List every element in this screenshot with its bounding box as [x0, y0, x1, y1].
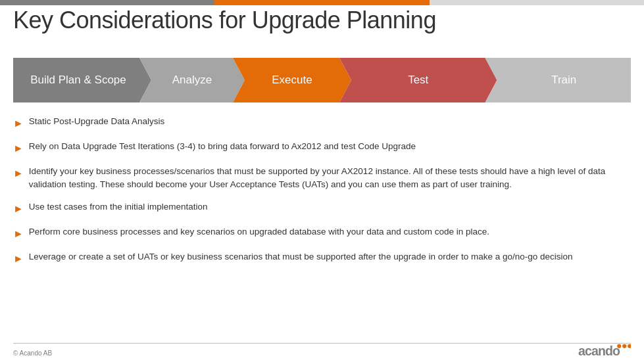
- nav-item-analyze[interactable]: Analyze: [139, 58, 245, 102]
- footer-copyright: © Acando AB: [13, 350, 52, 357]
- bullet-arrow-5: ►: [13, 226, 24, 241]
- svg-point-1: [617, 344, 621, 348]
- nav-label-build: Build Plan & Scope: [30, 74, 126, 87]
- page-title: Key Considerations for Upgrade Planning: [13, 7, 436, 34]
- phase-navigation: Build Plan & Scope Analyze Execute Test …: [13, 58, 631, 102]
- bullet-text-3: Identify your key business processes/sce…: [29, 165, 631, 191]
- nav-label-execute: Execute: [272, 74, 312, 87]
- nav-item-build[interactable]: Build Plan & Scope: [13, 58, 151, 102]
- bullet-arrow-6: ►: [13, 251, 24, 266]
- bullet-item-1: ► Static Post-Upgrade Data Analysis: [13, 115, 631, 131]
- bullet-arrow-2: ►: [13, 141, 24, 156]
- bullet-item-5: ► Perform core business processes and ke…: [13, 225, 631, 241]
- bullet-text-5: Perform core business processes and key …: [29, 225, 631, 238]
- content-area: ► Static Post-Upgrade Data Analysis ► Re…: [13, 115, 631, 336]
- logo-svg: acando: [578, 340, 631, 360]
- svg-point-2: [622, 344, 626, 348]
- svg-point-3: [628, 344, 631, 348]
- svg-text:acando: acando: [578, 344, 620, 358]
- nav-item-test[interactable]: Test: [339, 58, 497, 102]
- nav-label-test: Test: [408, 74, 428, 87]
- bullet-text-1: Static Post-Upgrade Data Analysis: [29, 115, 631, 128]
- footer-divider: [13, 343, 631, 344]
- bullet-arrow-3: ►: [13, 166, 24, 181]
- bullet-text-6: Leverage or create a set of UATs or key …: [29, 250, 631, 263]
- bullet-arrow-1: ►: [13, 116, 24, 131]
- company-logo: acando: [578, 341, 631, 359]
- bullet-item-6: ► Leverage or create a set of UATs or ke…: [13, 250, 631, 266]
- bullet-item-2: ► Rely on Data Upgrade Test Iterations (…: [13, 140, 631, 156]
- bullet-arrow-4: ►: [13, 201, 24, 216]
- nav-label-analyze: Analyze: [172, 74, 212, 87]
- top-bar-gray: [0, 0, 214, 5]
- top-bar-orange: [214, 0, 429, 5]
- nav-item-execute[interactable]: Execute: [233, 58, 351, 102]
- top-bar-light: [430, 0, 644, 5]
- bullet-text-2: Rely on Data Upgrade Test Iterations (3-…: [29, 140, 631, 153]
- bullet-text-4: Use test cases from the initial implemen…: [29, 200, 631, 214]
- top-color-bars: [0, 0, 644, 5]
- nav-item-train[interactable]: Train: [485, 58, 632, 102]
- bullet-item-4: ► Use test cases from the initial implem…: [13, 200, 631, 216]
- nav-label-train: Train: [551, 74, 576, 87]
- bullet-item-3: ► Identify your key business processes/s…: [13, 165, 631, 191]
